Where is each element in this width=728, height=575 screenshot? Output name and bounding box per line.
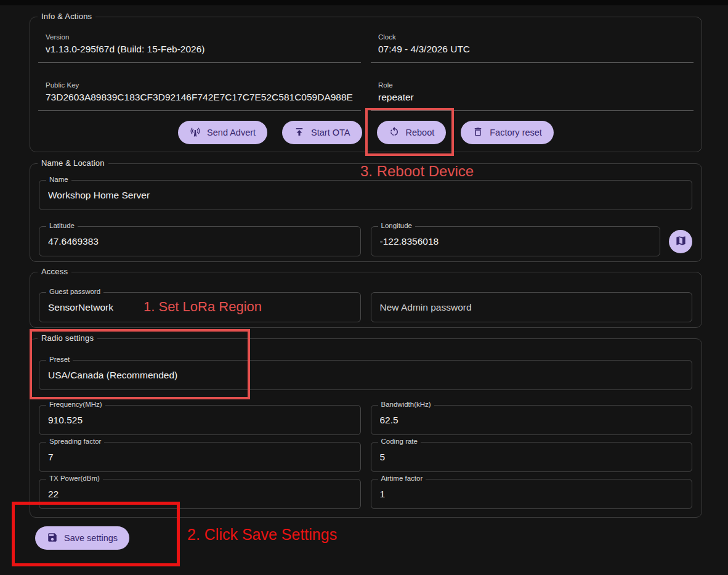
public-key-field: Public Key 73D2603A89839C183CF3D92146F74… — [38, 81, 361, 111]
airtime-factor-input[interactable] — [380, 489, 684, 500]
airtime-factor-field-label: Airtime factor — [378, 475, 426, 482]
save-settings-label: Save settings — [64, 533, 118, 543]
guest-password-field[interactable]: Guest password — [39, 292, 361, 322]
start-ota-label: Start OTA — [311, 128, 350, 137]
send-advert-button[interactable]: Send Advert — [178, 121, 267, 144]
preset-field-label: Preset — [46, 356, 73, 363]
section-radio-settings-legend: Radio settings — [38, 333, 97, 343]
longitude-input[interactable] — [380, 236, 652, 247]
upload-icon — [294, 126, 305, 139]
airtime-factor-field[interactable]: Airtime factor — [371, 479, 693, 509]
reboot-button[interactable]: Reboot — [377, 121, 447, 144]
preset-field[interactable]: Preset — [39, 360, 692, 390]
latitude-field-label: Latitude — [46, 222, 78, 229]
bandwidth-field-label: Bandwidth(kHz) — [378, 401, 434, 408]
spreading-factor-input[interactable] — [48, 452, 352, 463]
version-field: Version v1.13.0-295f67d (Build: 15-Feb-2… — [38, 33, 361, 63]
public-key-label: Public Key — [46, 81, 360, 89]
open-map-button[interactable] — [669, 230, 692, 253]
top-bar — [0, 0, 728, 6]
version-label: Version — [46, 33, 360, 41]
coding-rate-field[interactable]: Coding rate — [371, 442, 693, 472]
spreading-factor-field[interactable]: Spreading factor — [39, 442, 361, 472]
coding-rate-input[interactable] — [380, 452, 684, 463]
frequency-field-label: Frequency(MHz) — [46, 401, 105, 408]
start-ota-button[interactable]: Start OTA — [282, 121, 362, 144]
factory-reset-label: Factory reset — [490, 128, 542, 137]
frequency-input[interactable] — [48, 415, 352, 426]
save-icon — [47, 532, 58, 545]
role-field: Role repeater — [371, 81, 694, 111]
role-label: Role — [378, 81, 692, 89]
name-input[interactable] — [48, 190, 683, 201]
frequency-field[interactable]: Frequency(MHz) — [39, 405, 361, 435]
version-value: v1.13.0-295f67d (Build: 15-Feb-2026) — [46, 44, 360, 55]
section-info-actions-legend: Info & Actions — [38, 12, 95, 21]
preset-input[interactable] — [48, 370, 683, 381]
coding-rate-field-label: Coding rate — [378, 438, 421, 445]
latitude-field[interactable]: Latitude — [39, 226, 361, 256]
section-info-actions: Info & Actions Version v1.13.0-295f67d (… — [30, 17, 702, 152]
name-field[interactable]: Name — [39, 180, 692, 210]
latitude-input[interactable] — [48, 236, 352, 247]
guest-password-input[interactable] — [48, 302, 352, 313]
section-name-location-legend: Name & Location — [38, 158, 108, 168]
tx-power-input[interactable] — [48, 489, 352, 500]
restart-icon — [389, 126, 400, 139]
clock-value: 07:49 - 4/3/2026 UTC — [378, 44, 692, 55]
section-radio-settings: Radio settings Preset Frequency(MHz) Ban… — [30, 338, 702, 518]
factory-reset-button[interactable]: Factory reset — [461, 121, 554, 144]
trash-icon — [472, 126, 483, 139]
public-key-value: 73D2603A89839C183CF3D92146F742E7C17C7E52… — [46, 92, 360, 103]
section-access: Access Guest password — [30, 272, 702, 328]
bandwidth-input[interactable] — [380, 415, 684, 426]
clock-field: Clock 07:49 - 4/3/2026 UTC — [371, 33, 694, 63]
guest-password-field-label: Guest password — [46, 288, 103, 295]
section-access-legend: Access — [38, 267, 71, 276]
save-settings-button[interactable]: Save settings — [35, 526, 129, 550]
role-value: repeater — [378, 92, 692, 103]
tx-power-field[interactable]: TX Power(dBm) — [39, 479, 361, 509]
name-field-label: Name — [46, 176, 71, 183]
send-advert-label: Send Advert — [207, 128, 256, 137]
bandwidth-field[interactable]: Bandwidth(kHz) — [371, 405, 693, 435]
reboot-label: Reboot — [406, 128, 435, 137]
antenna-icon — [190, 126, 201, 139]
section-name-location: Name & Location Name Latitude Longitude — [30, 163, 702, 262]
admin-password-input[interactable] — [380, 302, 684, 313]
longitude-field-label: Longitude — [378, 222, 416, 229]
spreading-factor-field-label: Spreading factor — [46, 438, 104, 445]
annotation-step2-text: 2. Click Save Settings — [187, 526, 337, 544]
clock-label: Clock — [378, 33, 692, 41]
admin-password-field[interactable] — [371, 292, 693, 322]
longitude-field[interactable]: Longitude — [371, 226, 661, 256]
tx-power-field-label: TX Power(dBm) — [46, 475, 103, 482]
map-icon — [675, 235, 687, 248]
